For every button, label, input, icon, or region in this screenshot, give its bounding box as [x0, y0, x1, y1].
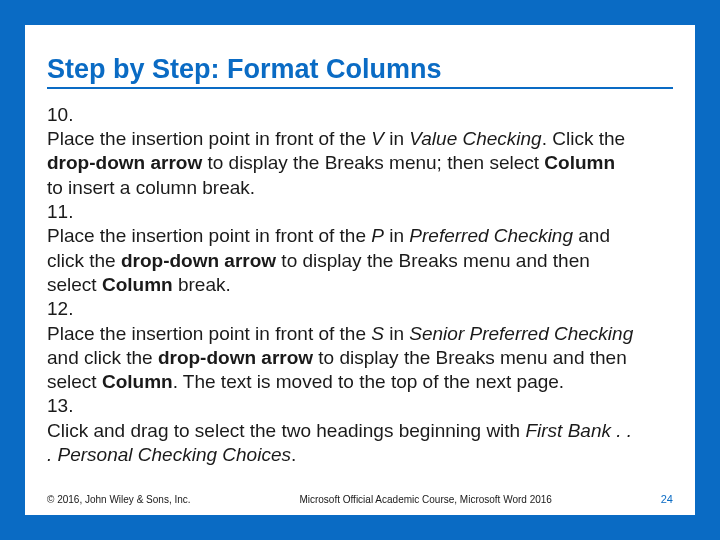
- step-number: 10.: [47, 103, 81, 127]
- footer-page-number: 24: [661, 493, 673, 505]
- step-number: 13.: [47, 394, 81, 418]
- footer-center: Microsoft Official Academic Course, Micr…: [191, 494, 661, 505]
- step-number: 12.: [47, 297, 81, 321]
- step-list: 10. Place the insertion point in front o…: [47, 103, 673, 468]
- title-wrap: Step by Step: Format Columns: [25, 25, 695, 93]
- slide: Step by Step: Format Columns 10. Place t…: [25, 25, 695, 515]
- slide-content: 10. Place the insertion point in front o…: [25, 93, 695, 468]
- step-text: Place the insertion point in front of th…: [47, 127, 635, 200]
- slide-title: Step by Step: Format Columns: [47, 55, 673, 89]
- step-text: Click and drag to select the two heading…: [47, 419, 635, 468]
- step-text: Place the insertion point in front of th…: [47, 224, 635, 297]
- step-13: 13. Click and drag to select the two hea…: [47, 394, 673, 467]
- step-number: 11.: [47, 200, 81, 224]
- footer-left: © 2016, John Wiley & Sons, Inc.: [47, 494, 191, 505]
- footer: © 2016, John Wiley & Sons, Inc. Microsof…: [47, 493, 673, 505]
- step-10: 10. Place the insertion point in front o…: [47, 103, 673, 200]
- step-12: 12. Place the insertion point in front o…: [47, 297, 673, 394]
- step-text: Place the insertion point in front of th…: [47, 322, 635, 395]
- step-11: 11. Place the insertion point in front o…: [47, 200, 673, 297]
